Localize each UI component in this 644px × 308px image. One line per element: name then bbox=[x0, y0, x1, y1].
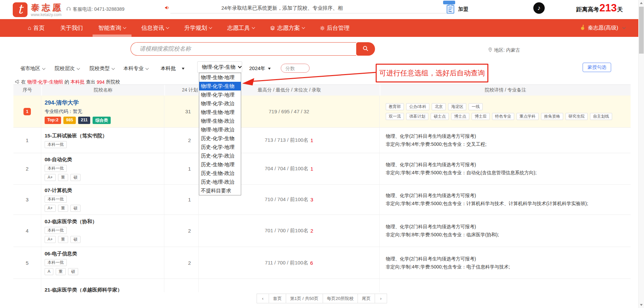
chevron-down-icon bbox=[209, 26, 212, 29]
countdown-days: 213 bbox=[599, 3, 617, 13]
filter-major[interactable]: 本科专业 bbox=[123, 65, 148, 72]
rank-badge: 1 bbox=[23, 108, 31, 115]
prev-page-button[interactable]: ‹ bbox=[257, 294, 269, 303]
table-row[interactable]: 4 0J-临床医学类（协和） 本科一批 A+ 重 硕 2 701 / 700 /… bbox=[13, 215, 631, 247]
score-input[interactable] bbox=[281, 64, 310, 73]
mengshou-checkbox-button[interactable]: 蒙授勾选 bbox=[583, 63, 611, 72]
main-navbar: ⌂ 首页 关于我们 智能查询 信息资讯 升学规划 志愿工具 志 bbox=[0, 19, 644, 37]
join-tooltip-bubble bbox=[443, 1, 455, 4]
region-label: 地区: 内蒙古 bbox=[494, 47, 520, 53]
page-indicator: 第1页 / 共50页 bbox=[286, 294, 323, 303]
subject-combo-select[interactable]: 物理-化学-生物 bbox=[197, 61, 242, 73]
filter-label: 省市地区 bbox=[20, 65, 40, 71]
table-row[interactable]: 1 15-工科试验班（笃实书院） 本科一批 2 713 / 713 / 前100… bbox=[13, 128, 631, 153]
location-pin-icon bbox=[488, 47, 492, 53]
grade-tag: 重 bbox=[58, 236, 68, 243]
filter-label: 本科专业 bbox=[123, 65, 144, 71]
filter-label: 院校类型 bbox=[90, 65, 110, 71]
dropdown-option[interactable]: 物理-地理-政治 bbox=[199, 125, 241, 134]
nav-item-home[interactable]: ⌂ 首页 bbox=[20, 19, 52, 37]
table-row[interactable]: 21-临床医学类（卓越医师科学家） 本科一批 物理、化学(2门科目考生均须选考方… bbox=[13, 279, 631, 292]
nav-item-news[interactable]: 信息资讯 bbox=[133, 19, 176, 37]
scroll-down-arrow-icon[interactable] bbox=[640, 304, 643, 306]
dropdown-option[interactable]: 物理-生物-地理 bbox=[199, 73, 241, 82]
clipboard-icon bbox=[446, 4, 455, 14]
nav-item-planning[interactable]: 升学规划 bbox=[176, 19, 219, 37]
group-code-label: 专业组代码：暂无 bbox=[45, 109, 164, 115]
table-row[interactable]: 5 06-电子信息类 本科一批 A 重 硕 2 711 / 700 / 前100… bbox=[13, 247, 631, 279]
tag-category: 综合类 bbox=[93, 117, 111, 124]
attribute-badge: 双一流 bbox=[386, 113, 404, 120]
subject-requirement: 物理、化学(2门科目考生均须选考方可报考) bbox=[386, 192, 631, 199]
grade-tag: 硕 bbox=[68, 268, 78, 275]
table-header: 序号 院校名称 24 计划 最高分 / 最低分 / 末位次 / 录取 院校详情 … bbox=[13, 85, 631, 96]
table-row-featured[interactable]: 1 294-清华大学 专业组代码：暂无 Top:2 985 211 综合类 31… bbox=[13, 96, 631, 128]
dropdown-option[interactable]: 不提科目要求 bbox=[199, 186, 241, 195]
nav-item-smart-query[interactable]: 智能查询 bbox=[91, 19, 133, 37]
school-link[interactable]: 294-清华大学 bbox=[45, 99, 164, 107]
logo-icon[interactable]: t bbox=[13, 2, 28, 17]
subject-requirement: 物理、化学(2门科目考生均须选考方可报考) bbox=[386, 291, 631, 293]
dropdown-option[interactable]: 物理-生物-政治 bbox=[199, 117, 241, 125]
filter-type[interactable]: 院校类型 bbox=[90, 65, 114, 72]
plan-count: 1 bbox=[188, 166, 191, 172]
batch-select-value: 本科批 bbox=[161, 65, 176, 71]
search-icon bbox=[362, 45, 369, 53]
nav-item-tools[interactable]: 志愿工具 bbox=[219, 19, 262, 37]
dropdown-option[interactable]: 历史-地理-政治 bbox=[199, 178, 241, 186]
dropdown-option[interactable]: 历史-生物-政治 bbox=[199, 169, 241, 178]
major-name: 21-临床医学类（卓越医师科学家） bbox=[45, 287, 164, 292]
dropdown-option[interactable]: 历史-化学-生物 bbox=[199, 134, 241, 143]
row-seq: 3 bbox=[26, 197, 29, 202]
nav-label: 升学规划 bbox=[184, 24, 207, 32]
pagination: ‹ 首页 第1页 / 共50页 每页20所院校 尾页 › bbox=[257, 294, 387, 303]
header-plan: 24 计划 bbox=[164, 85, 199, 96]
dropdown-option[interactable]: 物理-生物-地理 bbox=[199, 108, 241, 117]
scrollbar-thumb[interactable] bbox=[639, 7, 644, 54]
table-row[interactable]: 3 07-计算机类 本科一批 A+ 重 硕 1 710 / 704 / 前100… bbox=[13, 185, 631, 215]
dropdown-option[interactable]: 历史-化学-政治 bbox=[199, 151, 241, 160]
join-link[interactable]: 加盟 bbox=[446, 4, 468, 14]
filter-level[interactable]: 院校层次 bbox=[55, 65, 79, 72]
header-details: 院校详情 / 专业备注 bbox=[380, 85, 631, 96]
dropdown-option[interactable]: 历史-化学-地理 bbox=[199, 143, 241, 151]
grade-tag: A+ bbox=[45, 236, 56, 243]
dropdown-option[interactable]: 历史-生物-地理 bbox=[199, 160, 241, 169]
attribute-badge: 北京 bbox=[432, 103, 446, 110]
nav-label: 志愿方案 bbox=[277, 24, 300, 32]
dropdown-option[interactable]: 物理-化学-政治 bbox=[199, 99, 241, 108]
dropdown-option[interactable]: 物理-化学-地理 bbox=[199, 90, 241, 99]
customer-phone: 客服电话: 0471-3288389 bbox=[66, 6, 124, 12]
scroll-up-arrow-icon[interactable] bbox=[640, 2, 643, 4]
nav-item-plans[interactable]: 志愿方案 bbox=[262, 19, 312, 37]
first-page-button[interactable]: 首页 bbox=[269, 294, 286, 303]
attribute-badge: 教育部 bbox=[386, 103, 404, 110]
plan-count: 1 bbox=[188, 197, 191, 202]
next-page-button[interactable]: › bbox=[375, 294, 387, 303]
year-select[interactable]: 2024年 bbox=[249, 65, 271, 72]
table-row[interactable]: 2 08-自动化类 本科一批 A+ 重 硕 1 704 / 704 / 前100… bbox=[13, 153, 631, 185]
nav-item-about[interactable]: 关于我们 bbox=[52, 19, 91, 37]
batch-select[interactable]: 本科批 bbox=[161, 65, 184, 72]
attribute-badge: 硕士点 bbox=[431, 113, 449, 120]
batch-tag: 本科一批 bbox=[45, 227, 67, 234]
major-name: 0J-临床医学类（协和） bbox=[45, 219, 164, 225]
plan-count: 2 bbox=[188, 137, 191, 143]
row-seq: 4 bbox=[26, 228, 29, 234]
last-page-button[interactable]: 尾页 bbox=[358, 294, 375, 303]
nav-item-admin[interactable]: 后台管理 bbox=[312, 19, 357, 37]
admit-count: 6 bbox=[310, 260, 313, 266]
nav-label: 后台管理 bbox=[327, 24, 350, 32]
search-button[interactable] bbox=[356, 42, 375, 56]
school-search-input[interactable] bbox=[130, 42, 356, 56]
page-size-indicator: 每页20所院校 bbox=[323, 294, 358, 303]
attribute-badge: 推免资格 bbox=[541, 113, 563, 120]
chevron-down-icon bbox=[123, 26, 126, 29]
filter-province[interactable]: 省市地区 bbox=[20, 65, 45, 72]
admit-count: 3 bbox=[310, 197, 313, 202]
page-scrollbar[interactable] bbox=[638, 0, 644, 308]
dropdown-option-selected[interactable]: 物理-化学-生物 bbox=[199, 82, 241, 90]
user-account-menu[interactable]: 秦志愿(高级) bbox=[580, 19, 625, 37]
douyin-music-icon[interactable]: ♪ bbox=[533, 2, 545, 14]
score-summary: 710 / 704 / 前100名 bbox=[265, 196, 308, 203]
